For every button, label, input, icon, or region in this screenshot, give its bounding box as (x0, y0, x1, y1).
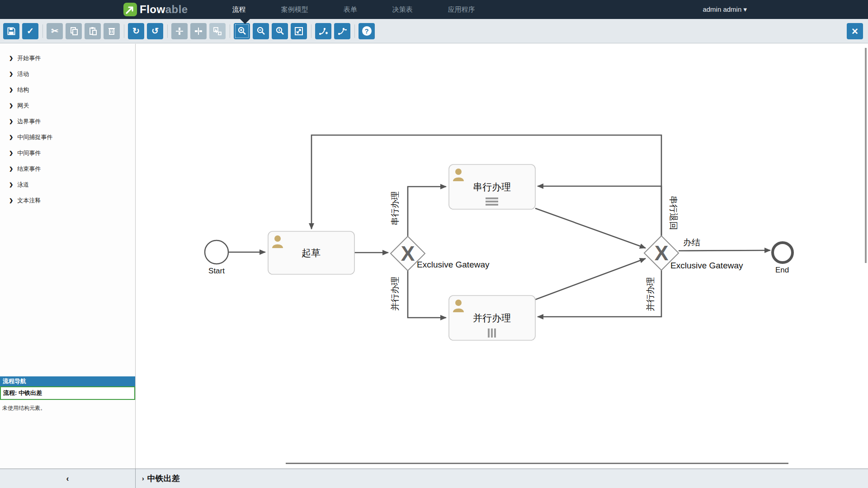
close-editor-button[interactable]: ✕ (847, 23, 863, 39)
palette-group[interactable]: ❯ 网关 (0, 98, 135, 113)
palette-group-label: 中间捕捉事件 (17, 133, 52, 141)
collapse-sidebar-button[interactable]: ‹ (66, 474, 69, 483)
palette-group[interactable]: ❯ 开始事件 (0, 50, 135, 66)
align-vertical-button[interactable] (171, 23, 188, 39)
chevron-right-icon: ❯ (9, 166, 13, 172)
task-parallel[interactable]: 并行办理 (449, 296, 535, 340)
process-navigator: 流程导航 流程: 中铁出差 未使用结构元素。 (0, 376, 135, 412)
zoom-actual-button[interactable]: 1 (272, 23, 288, 39)
zoom-actual-icon: 1 (275, 26, 285, 36)
toolbar-separator (124, 24, 124, 38)
remove-bendpoint-button[interactable] (334, 23, 350, 39)
main-nav: 流程案例模型表单决策表应用程序 (228, 5, 480, 14)
parallel-multiinstance-icon (488, 328, 496, 338)
zoom-fit-icon (294, 27, 303, 36)
toolbar-separator (311, 24, 311, 38)
palette-group-label: 开始事件 (17, 54, 41, 62)
nav-item[interactable]: 案例模型 (277, 5, 313, 14)
navigator-header: 流程导航 (0, 376, 135, 386)
top-navbar: Flowable 流程案例模型表单决策表应用程序 admin admin ▾ (0, 0, 868, 19)
chevron-right-icon: ❯ (9, 134, 13, 140)
start-event-label: Start (208, 267, 225, 275)
navigator-empty-message: 未使用结构元素。 (0, 400, 135, 412)
palette-group[interactable]: ❯ 边界事件 (0, 113, 135, 129)
same-size-button[interactable] (209, 23, 226, 39)
edge-label-parallel: 并行办理 (390, 277, 400, 311)
editor-toolbar: ✓ ✂ ↻ ↺ 1 ? ✕ (0, 19, 868, 43)
navigator-process-item[interactable]: 流程: 中铁出差 (0, 386, 135, 400)
process-title[interactable]: 中铁出差 (147, 473, 180, 484)
palette-group[interactable]: ❯ 活动 (0, 66, 135, 82)
task-serial[interactable]: 串行办理 (449, 164, 535, 209)
check-icon: ✓ (27, 26, 34, 36)
end-event-node[interactable] (773, 243, 793, 263)
task-draft[interactable]: 起草 (268, 231, 354, 274)
chevron-right-icon: ❯ (9, 55, 13, 61)
align-vertical-icon (175, 27, 184, 36)
chevron-right-icon: ❯ (9, 103, 13, 108)
paste-button[interactable] (85, 23, 101, 39)
edge-label-parallel-return: 并行办理 (646, 277, 655, 311)
zoom-in-button[interactable] (234, 23, 250, 39)
sidebar-collapse-area: ‹ (0, 469, 136, 488)
nav-item[interactable]: 表单 (339, 5, 362, 14)
delete-button[interactable] (104, 23, 120, 39)
chevron-right-icon: ❯ (9, 197, 13, 203)
edge-serial-to-gateway2[interactable] (535, 208, 646, 248)
palette-group[interactable]: ❯ 中间事件 (0, 145, 135, 161)
edge-gateway2-to-end[interactable] (679, 250, 770, 251)
start-event-node[interactable] (205, 240, 228, 264)
palette-group-label: 泳道 (17, 181, 29, 189)
svg-text:1: 1 (278, 28, 280, 32)
edge-gateway2-return-parallel[interactable] (538, 270, 661, 317)
toolbar-separator (354, 24, 355, 38)
save-button[interactable] (3, 23, 19, 39)
sequential-multiinstance-icon (486, 197, 498, 206)
same-size-icon (213, 27, 222, 36)
validate-button[interactable]: ✓ (22, 23, 38, 39)
gateway-x-icon: X (655, 241, 669, 265)
edge-gateway2-return-serial[interactable] (538, 186, 661, 236)
align-horizontal-button[interactable] (190, 23, 207, 39)
diagram-canvas[interactable]: 串行办理 并行办理 串行退回 并行办理 办结 Start 起草 串行办理 (136, 44, 868, 469)
toolbar-separator (167, 24, 168, 38)
chevron-right-icon: ❯ (9, 150, 13, 156)
align-horizontal-icon (194, 27, 203, 36)
nav-item[interactable]: 决策表 (388, 5, 417, 14)
zoom-out-button[interactable] (253, 23, 269, 39)
task-serial-label: 串行办理 (473, 182, 511, 192)
active-tab-pointer (240, 19, 250, 24)
undo-button[interactable]: ↺ (147, 23, 163, 39)
brand-text: Flowable (140, 3, 188, 16)
add-bendpoint-button[interactable] (315, 23, 331, 39)
palette-group-label: 边界事件 (17, 117, 41, 126)
edge-label-serial: 串行办理 (390, 191, 400, 225)
flowable-logo: Flowable (123, 3, 188, 16)
edge-gateway1-to-serial[interactable] (408, 187, 446, 236)
nav-item[interactable]: 流程 (228, 5, 250, 14)
copy-icon (70, 27, 78, 35)
zoom-fit-button[interactable] (291, 23, 307, 39)
trash-icon (108, 27, 116, 35)
edge-gateway1-to-parallel[interactable] (408, 271, 446, 318)
cut-button[interactable]: ✂ (47, 23, 63, 39)
edge-parallel-to-gateway2[interactable] (535, 258, 646, 300)
scissors-icon: ✂ (51, 26, 58, 36)
paste-icon (89, 27, 97, 35)
help-button[interactable]: ? (359, 23, 375, 39)
palette-group[interactable]: ❯ 结构 (0, 82, 135, 98)
copy-button[interactable] (66, 23, 82, 39)
palette-group[interactable]: ❯ 文本注释 (0, 192, 135, 208)
task-draft-label: 起草 (302, 248, 321, 258)
palette-group[interactable]: ❯ 泳道 (0, 177, 135, 192)
redo-button[interactable]: ↻ (128, 23, 144, 39)
user-menu[interactable]: admin admin ▾ (703, 5, 747, 14)
palette-group[interactable]: ❯ 中间捕捉事件 (0, 129, 135, 145)
flowable-logo-icon (123, 3, 137, 16)
vertical-scrollbar[interactable] (865, 48, 867, 263)
horizontal-scrollbar[interactable] (286, 463, 788, 464)
palette-group[interactable]: ❯ 结束事件 (0, 161, 135, 177)
gateway-x-icon: X (401, 242, 415, 265)
nav-item[interactable]: 应用程序 (443, 5, 480, 14)
caret-down-icon: ▾ (743, 5, 747, 13)
